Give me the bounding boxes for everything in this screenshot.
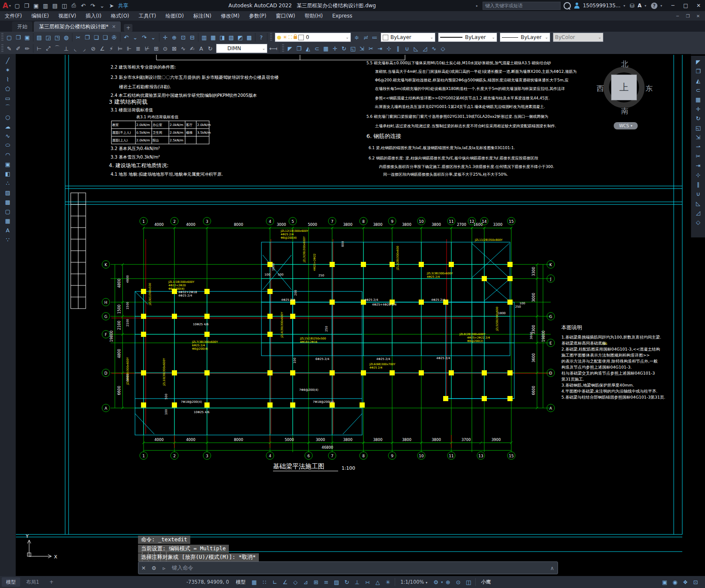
isodraft-icon[interactable]: ◇: [290, 577, 300, 587]
clean-screen-icon[interactable]: ⊡: [690, 577, 701, 587]
color-combo[interactable]: ByLayer ⌄: [381, 33, 435, 42]
autodesk-app-icon[interactable]: A: [638, 3, 642, 9]
menu-修改(M)[interactable]: 修改(M): [216, 11, 244, 21]
make-block-icon[interactable]: ◧: [3, 169, 13, 178]
batch-plot-icon[interactable]: ◫: [60, 1, 69, 10]
match-properties-icon[interactable]: ✇: [110, 33, 119, 42]
point-icon[interactable]: ∴: [3, 178, 13, 188]
print-icon[interactable]: ⎙: [69, 1, 78, 10]
edit-text-icon[interactable]: ✎: [5, 44, 14, 53]
drawing-canvas[interactable]: 2.2 建筑等相关专业提供的条件图:2.3 新乡市水利勘测设计院〇〇六年五月提供…: [16, 54, 691, 576]
share-button[interactable]: 共享: [118, 2, 128, 9]
account-drop-icon[interactable]: ▾: [624, 4, 625, 8]
region-icon[interactable]: ▢: [3, 207, 13, 216]
spline-icon[interactable]: ∿: [3, 131, 13, 141]
array-icon[interactable]: ▦: [693, 95, 703, 104]
redo-icon[interactable]: ↷: [140, 33, 149, 42]
revision-cloud-icon[interactable]: ☁: [3, 122, 13, 131]
minimize-button[interactable]: ─: [666, 1, 679, 10]
scale-icon[interactable]: ◱: [348, 44, 357, 53]
dim-radius-icon[interactable]: ◟: [71, 44, 80, 53]
gradient-icon[interactable]: ▩: [3, 197, 13, 207]
tab-document[interactable]: 某三层框架办公楼结构设计图*✕: [34, 21, 121, 32]
menu-工具(T)[interactable]: 工具(T): [134, 11, 161, 21]
publish-icon[interactable]: ◳: [53, 33, 62, 42]
tolerance-icon[interactable]: ⊞: [152, 44, 161, 53]
lineweight-combo[interactable]: ByLayer ⌄: [500, 33, 550, 42]
menu-插入(I)[interactable]: 插入(I): [81, 11, 106, 21]
maximize-button[interactable]: □: [679, 1, 692, 10]
save-icon[interactable]: ▣: [23, 33, 32, 42]
help-icon[interactable]: ?: [651, 3, 657, 9]
move-icon[interactable]: ✛: [693, 104, 703, 114]
menu-标注(N)[interactable]: 标注(N): [189, 11, 216, 21]
recent-commands-icon[interactable]: ▹: [159, 565, 169, 571]
chamfer-icon[interactable]: ◺: [411, 44, 420, 53]
preview-icon[interactable]: ◲: [44, 33, 53, 42]
move-icon[interactable]: ✛: [330, 44, 339, 53]
dim-arc-icon[interactable]: ⌒: [53, 44, 62, 53]
zoom-realtime-icon[interactable]: ⊕: [170, 33, 179, 42]
autoscale-icon[interactable]: ✳: [383, 577, 393, 587]
mirror-icon[interactable]: ◭: [303, 44, 312, 53]
model-space-button[interactable]: 模型: [236, 579, 246, 585]
new-icon[interactable]: ▢: [5, 33, 14, 42]
break-point-icon[interactable]: ⊹: [384, 44, 393, 53]
layer-properties-icon[interactable]: ▥: [200, 33, 209, 42]
layer-combo[interactable]: ●☀⛶ 0 ⌄: [275, 33, 351, 42]
close-button[interactable]: ✕: [692, 1, 705, 10]
mtext-icon[interactable]: A: [3, 225, 13, 235]
search-expand-icon[interactable]: ▸: [476, 4, 478, 8]
undo-icon[interactable]: ↶: [78, 1, 88, 10]
search-input[interactable]: 键入关键字或短语: [483, 2, 561, 10]
undo-icon[interactable]: ↶: [122, 33, 131, 42]
paste-icon[interactable]: ❏: [92, 33, 101, 42]
chevron-down-icon[interactable]: ⌄: [427, 35, 433, 39]
viewcube-top-face[interactable]: 上: [611, 75, 637, 100]
dim-jog-line-icon[interactable]: ∿: [179, 44, 188, 53]
redo-icon[interactable]: ↷: [88, 1, 97, 10]
rotate-icon[interactable]: ↻: [339, 44, 348, 53]
close-icon[interactable]: ✕: [138, 565, 149, 571]
lock-ui-icon[interactable]: ▣: [660, 577, 670, 587]
polar-icon[interactable]: ∠: [280, 577, 290, 587]
trim-icon[interactable]: ✂: [693, 151, 703, 161]
ellipse-icon[interactable]: ⬭: [3, 141, 13, 150]
dynamic-ucs-icon[interactable]: ⊥: [352, 577, 362, 587]
polyline-icon[interactable]: ⌇: [3, 75, 13, 84]
lineweight-icon[interactable]: ≡: [321, 577, 331, 587]
insert-block-icon[interactable]: ▣: [3, 159, 13, 169]
layout1-tab[interactable]: 布局1: [22, 577, 43, 587]
add-layout-tab[interactable]: +: [45, 577, 58, 587]
app-drop-icon[interactable]: ▾: [645, 4, 646, 8]
stretch-icon[interactable]: ⇲: [693, 132, 703, 142]
blend-icon[interactable]: ∿: [429, 44, 438, 53]
dim-continue-icon[interactable]: ⊩: [125, 44, 134, 53]
help-drop-icon[interactable]: ▾: [660, 4, 662, 8]
fillet-icon[interactable]: ◿: [693, 208, 703, 217]
open-file-icon[interactable]: ❒: [22, 1, 31, 10]
transparency-icon[interactable]: ▨: [331, 577, 342, 587]
ortho-icon[interactable]: ∟: [270, 577, 280, 587]
make-current-icon[interactable]: ≑: [352, 33, 361, 42]
copy-clip-icon[interactable]: ❐: [83, 33, 92, 42]
command-line[interactable]: ✕ ⚙ ▹ 键入命令 ∧: [138, 561, 558, 574]
snap-icon[interactable]: ∷: [259, 577, 270, 587]
units-icon[interactable]: ⊙: [453, 577, 463, 587]
hatch-icon[interactable]: ▨: [3, 188, 13, 197]
toolbar-grip[interactable]: [282, 44, 284, 53]
erase-icon[interactable]: ◤: [693, 57, 703, 66]
construction-line-icon[interactable]: ✶: [3, 65, 13, 75]
isolate-objects-icon[interactable]: ◉: [670, 577, 680, 587]
arc-icon[interactable]: ⌒: [3, 103, 13, 112]
doc-close-button[interactable]: ✕: [693, 12, 703, 19]
array-icon[interactable]: ▦: [321, 44, 330, 53]
dim-update-icon[interactable]: ↻: [206, 44, 215, 53]
dim-angular-icon[interactable]: ∠: [98, 44, 107, 53]
table-icon[interactable]: ▦: [3, 216, 13, 225]
stretch-icon[interactable]: ⇲: [357, 44, 366, 53]
calculator-icon[interactable]: ▩: [245, 33, 254, 42]
layer-states-icon[interactable]: ▦: [209, 33, 218, 42]
match-layer-icon[interactable]: ≓: [361, 33, 370, 42]
etransmit-icon[interactable]: ◍: [62, 33, 71, 42]
